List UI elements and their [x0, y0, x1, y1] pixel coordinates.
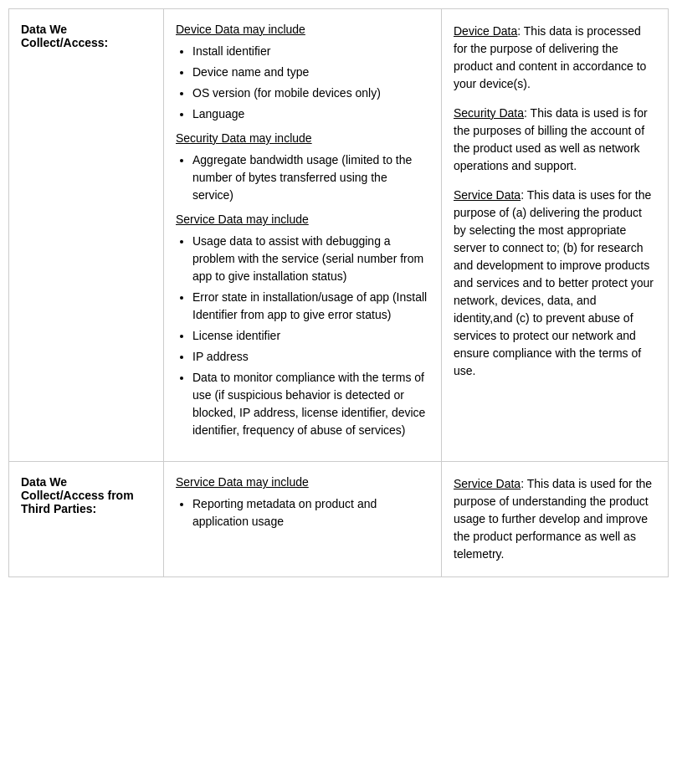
list-item: Usage data to assist with debugging a pr…	[192, 233, 429, 285]
purpose-third-party-service: Service Data: This data is used for the …	[454, 475, 656, 563]
device-data-heading: Device Data may include	[176, 23, 429, 36]
label-text: Data We Collect/Access:	[21, 23, 108, 49]
list-item: Language	[192, 105, 429, 123]
third-party-service-term: Service Data	[454, 477, 521, 490]
list-item: License identifier	[192, 327, 429, 345]
third-party-service-heading: Service Data may include	[176, 475, 429, 489]
device-data-list: Install identifier Device name and type …	[176, 43, 429, 123]
right-collect: Device Data: This data is processed for …	[442, 9, 668, 461]
service-data-term: Service Data	[454, 188, 521, 202]
middle-third-party: Service Data may include Reporting metad…	[164, 462, 442, 576]
list-item: IP address	[192, 348, 429, 366]
list-item: Reporting metadata on product and applic…	[192, 495, 429, 530]
table-row: Data We Collect/Access from Third Partie…	[9, 462, 668, 576]
list-item: Error state in installation/usage of app…	[192, 289, 429, 324]
label-third-party: Data We Collect/Access from Third Partie…	[9, 462, 164, 576]
middle-collect: Device Data may include Install identifi…	[164, 9, 442, 461]
third-party-service-list: Reporting metadata on product and applic…	[176, 495, 429, 530]
list-item: Data to monitor compliance with the term…	[192, 369, 429, 439]
label-collect: Data We Collect/Access:	[9, 9, 164, 461]
service-data-heading: Service Data may include	[176, 213, 429, 226]
security-data-list: Aggregate bandwidth usage (limited to th…	[176, 151, 429, 204]
device-data-term: Device Data	[454, 24, 517, 38]
table-row: Data We Collect/Access: Device Data may …	[9, 9, 668, 462]
purpose-service-data: Service Data: This data is uses for the …	[454, 187, 656, 380]
list-item: OS version (for mobile devices only)	[192, 85, 429, 102]
security-data-heading: Security Data may include	[176, 131, 429, 145]
main-table: Data We Collect/Access: Device Data may …	[8, 8, 669, 577]
list-item: Aggregate bandwidth usage (limited to th…	[192, 151, 429, 204]
service-data-desc: : This data is uses for the purpose of (…	[454, 188, 654, 377]
purpose-security-data: Security Data: This data is used is for …	[454, 105, 656, 175]
purpose-device-data: Device Data: This data is processed for …	[454, 23, 656, 93]
service-data-list: Usage data to assist with debugging a pr…	[176, 233, 429, 439]
list-item: Device name and type	[192, 64, 429, 81]
label-text: Data We Collect/Access from Third Partie…	[21, 475, 134, 515]
list-item: Install identifier	[192, 43, 429, 60]
security-data-term: Security Data	[454, 106, 524, 120]
right-third-party: Service Data: This data is used for the …	[442, 462, 668, 576]
